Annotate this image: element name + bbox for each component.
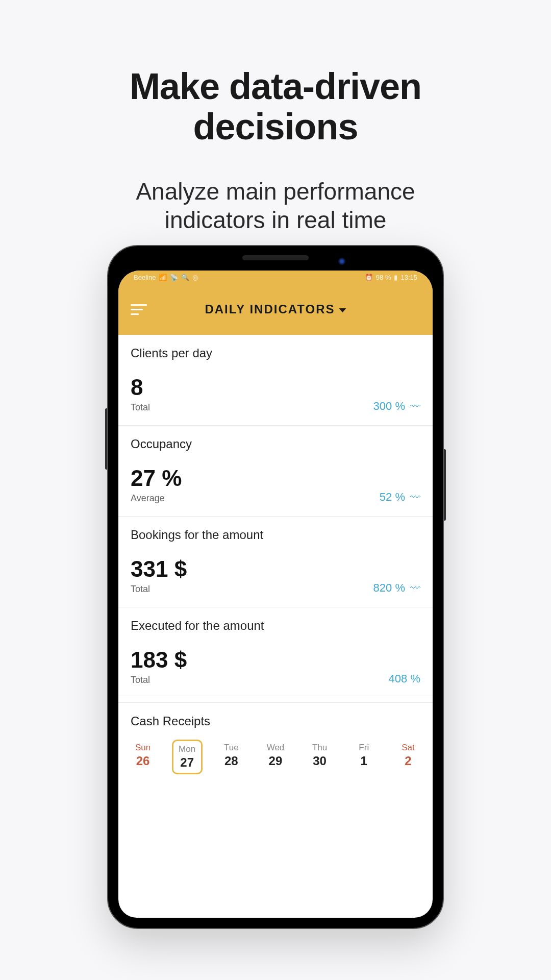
chevron-down-icon: [339, 308, 346, 312]
card-clients-per-day[interactable]: Clients per day 8 Total 300 % 〰: [118, 335, 433, 426]
day-name: Sat: [393, 743, 423, 753]
value-block: 27 % Average: [131, 465, 182, 504]
hero-subtitle-line2: indicators in real time: [165, 207, 387, 233]
day-name: Fri: [348, 743, 379, 753]
trend-up-icon: 〰: [410, 582, 420, 594]
trend-value: 52 %: [380, 491, 405, 504]
phone-mockup: Beeline 📶 📡 🔍 ◎ ⏰ 98 % ▮ 13:15: [107, 245, 444, 929]
header-title-dropdown[interactable]: DAILY INDICATORS: [205, 302, 346, 316]
card-sublabel: Total: [131, 675, 187, 685]
trend: 52 % 〰: [380, 491, 420, 504]
day-name: Wed: [260, 743, 291, 753]
card-title: Clients per day: [131, 346, 420, 360]
card-sublabel: Total: [131, 584, 187, 595]
card-value: 27 %: [131, 465, 182, 491]
day-number: 26: [128, 754, 158, 768]
status-time: 13:15: [400, 274, 417, 281]
card-occupancy[interactable]: Occupancy 27 % Average 52 % 〰: [118, 426, 433, 517]
calendar-day-sun[interactable]: Sun 26: [128, 740, 158, 774]
alarm-icon: ⏰: [365, 274, 373, 281]
calendar-day-sat[interactable]: Sat 2: [393, 740, 423, 774]
card-cash-receipts[interactable]: Cash Receipts: [118, 702, 433, 733]
card-value: 331 $: [131, 556, 187, 582]
card-title: Bookings for the amount: [131, 528, 420, 542]
wifi-icon: 📡: [170, 274, 178, 281]
day-number: 30: [305, 754, 335, 768]
trend-value: 300 %: [373, 400, 405, 413]
calendar-day-mon[interactable]: Mon 27: [172, 740, 203, 774]
card-title: Cash Receipts: [131, 714, 420, 728]
hero-title-line2: decisions: [193, 106, 358, 147]
card-title: Occupancy: [131, 437, 420, 451]
day-number: 27: [173, 755, 201, 770]
content: Clients per day 8 Total 300 % 〰 Occupanc…: [118, 335, 433, 774]
card-executed[interactable]: Executed for the amount 183 $ Total 408 …: [118, 607, 433, 698]
trend-value: 820 %: [373, 581, 405, 595]
day-name: Mon: [173, 744, 201, 754]
day-name: Sun: [128, 743, 158, 753]
app-header: DAILY INDICATORS: [118, 284, 433, 335]
hero: Make data-driven decisions Analyze main …: [0, 0, 551, 234]
day-number: 1: [348, 754, 379, 768]
day-number: 28: [216, 754, 246, 768]
value-block: 331 $ Total: [131, 556, 187, 595]
value-block: 183 $ Total: [131, 647, 187, 685]
card-value: 183 $: [131, 647, 187, 673]
signal-icon: 📶: [159, 274, 167, 281]
card-bookings[interactable]: Bookings for the amount 331 $ Total 820 …: [118, 517, 433, 607]
week-calendar: Sun 26 Mon 27 Tue 28 Wed 29: [118, 733, 433, 774]
search-icon: 🔍: [181, 274, 189, 281]
phone-camera: [338, 257, 346, 265]
phone-side-button: [444, 449, 446, 521]
card-sublabel: Total: [131, 402, 150, 413]
status-battery-pct: 98 %: [376, 274, 391, 281]
card-sublabel: Average: [131, 493, 182, 504]
menu-icon[interactable]: [131, 304, 147, 315]
card-title: Executed for the amount: [131, 619, 420, 633]
calendar-day-thu[interactable]: Thu 30: [305, 740, 335, 774]
trend: 300 % 〰: [373, 400, 420, 413]
android-status-bar: Beeline 📶 📡 🔍 ◎ ⏰ 98 % ▮ 13:15: [118, 271, 433, 284]
trend-up-icon: 〰: [410, 492, 420, 503]
day-name: Tue: [216, 743, 246, 753]
trend-up-icon: 〰: [410, 401, 420, 412]
status-left: Beeline 📶 📡 🔍 ◎: [134, 274, 198, 281]
day-name: Thu: [305, 743, 335, 753]
day-number: 2: [393, 754, 423, 768]
value-block: 8 Total: [131, 375, 150, 413]
hero-title: Make data-driven decisions: [0, 66, 551, 147]
calendar-day-tue[interactable]: Tue 28: [216, 740, 246, 774]
calendar-day-wed[interactable]: Wed 29: [260, 740, 291, 774]
hero-title-line1: Make data-driven: [130, 66, 421, 107]
day-number: 29: [260, 754, 291, 768]
phone-speaker: [242, 255, 309, 260]
location-icon: ◎: [192, 274, 198, 281]
trend: 820 % 〰: [373, 581, 420, 595]
header-title: DAILY INDICATORS: [205, 302, 335, 316]
hero-subtitle-line1: Analyze main performance: [136, 178, 415, 205]
calendar-day-fri[interactable]: Fri 1: [348, 740, 379, 774]
trend: 408 %: [389, 672, 420, 685]
battery-icon: ▮: [394, 274, 397, 281]
phone-screen: Beeline 📶 📡 🔍 ◎ ⏰ 98 % ▮ 13:15: [118, 271, 433, 918]
card-value: 8: [131, 375, 150, 400]
status-carrier: Beeline: [134, 274, 156, 281]
status-right: ⏰ 98 % ▮ 13:15: [365, 274, 417, 281]
trend-value: 408 %: [389, 672, 420, 685]
hero-subtitle: Analyze main performance indicators in r…: [0, 178, 551, 234]
phone-body: Beeline 📶 📡 🔍 ◎ ⏰ 98 % ▮ 13:15: [107, 245, 444, 929]
